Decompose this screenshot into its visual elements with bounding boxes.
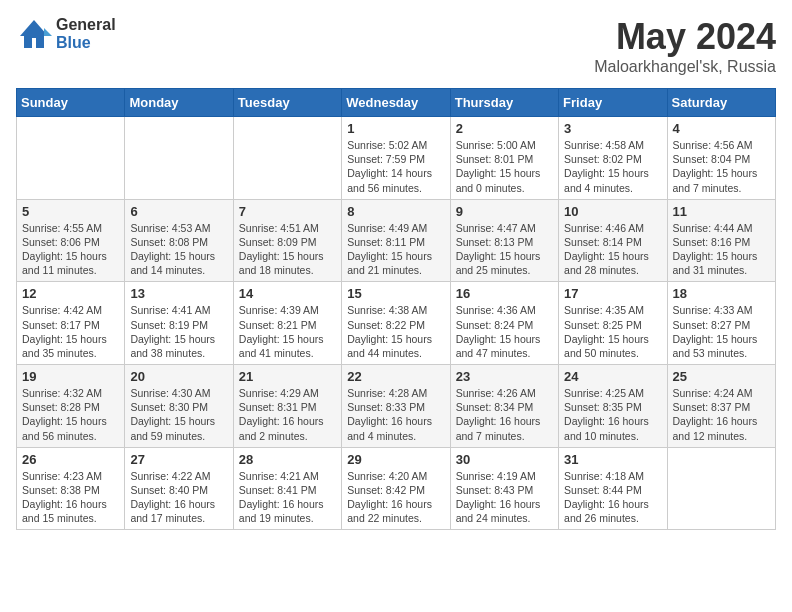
- day-info: Sunrise: 4:35 AMSunset: 8:25 PMDaylight:…: [564, 303, 661, 360]
- day-number: 12: [22, 286, 119, 301]
- day-info: Sunrise: 4:28 AMSunset: 8:33 PMDaylight:…: [347, 386, 444, 443]
- day-cell: 21Sunrise: 4:29 AMSunset: 8:31 PMDayligh…: [233, 365, 341, 448]
- day-cell: 14Sunrise: 4:39 AMSunset: 8:21 PMDayligh…: [233, 282, 341, 365]
- day-number: 3: [564, 121, 661, 136]
- day-cell: 31Sunrise: 4:18 AMSunset: 8:44 PMDayligh…: [559, 447, 667, 530]
- day-cell: 24Sunrise: 4:25 AMSunset: 8:35 PMDayligh…: [559, 365, 667, 448]
- header-cell-wednesday: Wednesday: [342, 89, 450, 117]
- day-info: Sunrise: 4:53 AMSunset: 8:08 PMDaylight:…: [130, 221, 227, 278]
- header-cell-monday: Monday: [125, 89, 233, 117]
- day-number: 24: [564, 369, 661, 384]
- calendar-header: SundayMondayTuesdayWednesdayThursdayFrid…: [17, 89, 776, 117]
- page-header: General Blue May 2024 Maloarkhangel'sk, …: [16, 16, 776, 76]
- day-cell: 22Sunrise: 4:28 AMSunset: 8:33 PMDayligh…: [342, 365, 450, 448]
- day-number: 9: [456, 204, 553, 219]
- logo-general: General: [56, 16, 116, 34]
- week-row-1: 1Sunrise: 5:02 AMSunset: 7:59 PMDaylight…: [17, 117, 776, 200]
- day-cell: 30Sunrise: 4:19 AMSunset: 8:43 PMDayligh…: [450, 447, 558, 530]
- day-number: 27: [130, 452, 227, 467]
- day-cell: 26Sunrise: 4:23 AMSunset: 8:38 PMDayligh…: [17, 447, 125, 530]
- day-cell: 25Sunrise: 4:24 AMSunset: 8:37 PMDayligh…: [667, 365, 775, 448]
- day-info: Sunrise: 5:02 AMSunset: 7:59 PMDaylight:…: [347, 138, 444, 195]
- day-info: Sunrise: 4:47 AMSunset: 8:13 PMDaylight:…: [456, 221, 553, 278]
- header-cell-saturday: Saturday: [667, 89, 775, 117]
- day-info: Sunrise: 4:21 AMSunset: 8:41 PMDaylight:…: [239, 469, 336, 526]
- subtitle: Maloarkhangel'sk, Russia: [594, 58, 776, 76]
- day-info: Sunrise: 4:23 AMSunset: 8:38 PMDaylight:…: [22, 469, 119, 526]
- day-info: Sunrise: 4:56 AMSunset: 8:04 PMDaylight:…: [673, 138, 770, 195]
- day-number: 18: [673, 286, 770, 301]
- day-number: 17: [564, 286, 661, 301]
- logo: General Blue: [16, 16, 116, 52]
- day-info: Sunrise: 4:33 AMSunset: 8:27 PMDaylight:…: [673, 303, 770, 360]
- day-info: Sunrise: 4:24 AMSunset: 8:37 PMDaylight:…: [673, 386, 770, 443]
- day-info: Sunrise: 4:51 AMSunset: 8:09 PMDaylight:…: [239, 221, 336, 278]
- day-info: Sunrise: 4:26 AMSunset: 8:34 PMDaylight:…: [456, 386, 553, 443]
- day-cell: 17Sunrise: 4:35 AMSunset: 8:25 PMDayligh…: [559, 282, 667, 365]
- day-number: 4: [673, 121, 770, 136]
- day-cell: 16Sunrise: 4:36 AMSunset: 8:24 PMDayligh…: [450, 282, 558, 365]
- day-number: 8: [347, 204, 444, 219]
- day-cell: [17, 117, 125, 200]
- day-number: 1: [347, 121, 444, 136]
- day-cell: 1Sunrise: 5:02 AMSunset: 7:59 PMDaylight…: [342, 117, 450, 200]
- day-cell: 11Sunrise: 4:44 AMSunset: 8:16 PMDayligh…: [667, 199, 775, 282]
- calendar-body: 1Sunrise: 5:02 AMSunset: 7:59 PMDaylight…: [17, 117, 776, 530]
- week-row-3: 12Sunrise: 4:42 AMSunset: 8:17 PMDayligh…: [17, 282, 776, 365]
- day-info: Sunrise: 4:25 AMSunset: 8:35 PMDaylight:…: [564, 386, 661, 443]
- day-info: Sunrise: 4:36 AMSunset: 8:24 PMDaylight:…: [456, 303, 553, 360]
- day-cell: [233, 117, 341, 200]
- day-info: Sunrise: 4:19 AMSunset: 8:43 PMDaylight:…: [456, 469, 553, 526]
- day-info: Sunrise: 4:38 AMSunset: 8:22 PMDaylight:…: [347, 303, 444, 360]
- logo-blue: Blue: [56, 34, 116, 52]
- day-cell: 3Sunrise: 4:58 AMSunset: 8:02 PMDaylight…: [559, 117, 667, 200]
- day-cell: 29Sunrise: 4:20 AMSunset: 8:42 PMDayligh…: [342, 447, 450, 530]
- day-cell: 20Sunrise: 4:30 AMSunset: 8:30 PMDayligh…: [125, 365, 233, 448]
- day-number: 14: [239, 286, 336, 301]
- week-row-4: 19Sunrise: 4:32 AMSunset: 8:28 PMDayligh…: [17, 365, 776, 448]
- day-number: 26: [22, 452, 119, 467]
- header-cell-sunday: Sunday: [17, 89, 125, 117]
- day-number: 25: [673, 369, 770, 384]
- day-number: 28: [239, 452, 336, 467]
- day-cell: 19Sunrise: 4:32 AMSunset: 8:28 PMDayligh…: [17, 365, 125, 448]
- day-info: Sunrise: 4:20 AMSunset: 8:42 PMDaylight:…: [347, 469, 444, 526]
- day-number: 2: [456, 121, 553, 136]
- day-number: 22: [347, 369, 444, 384]
- day-number: 13: [130, 286, 227, 301]
- main-title: May 2024: [594, 16, 776, 58]
- day-info: Sunrise: 4:41 AMSunset: 8:19 PMDaylight:…: [130, 303, 227, 360]
- day-cell: 4Sunrise: 4:56 AMSunset: 8:04 PMDaylight…: [667, 117, 775, 200]
- day-cell: [667, 447, 775, 530]
- title-block: May 2024 Maloarkhangel'sk, Russia: [594, 16, 776, 76]
- day-number: 15: [347, 286, 444, 301]
- day-info: Sunrise: 4:46 AMSunset: 8:14 PMDaylight:…: [564, 221, 661, 278]
- day-info: Sunrise: 4:55 AMSunset: 8:06 PMDaylight:…: [22, 221, 119, 278]
- day-number: 6: [130, 204, 227, 219]
- day-number: 19: [22, 369, 119, 384]
- day-cell: 8Sunrise: 4:49 AMSunset: 8:11 PMDaylight…: [342, 199, 450, 282]
- day-cell: 28Sunrise: 4:21 AMSunset: 8:41 PMDayligh…: [233, 447, 341, 530]
- day-cell: 13Sunrise: 4:41 AMSunset: 8:19 PMDayligh…: [125, 282, 233, 365]
- day-number: 21: [239, 369, 336, 384]
- day-cell: 2Sunrise: 5:00 AMSunset: 8:01 PMDaylight…: [450, 117, 558, 200]
- day-number: 31: [564, 452, 661, 467]
- logo-icon: [16, 16, 52, 52]
- day-info: Sunrise: 4:49 AMSunset: 8:11 PMDaylight:…: [347, 221, 444, 278]
- day-info: Sunrise: 4:22 AMSunset: 8:40 PMDaylight:…: [130, 469, 227, 526]
- day-cell: 23Sunrise: 4:26 AMSunset: 8:34 PMDayligh…: [450, 365, 558, 448]
- day-cell: 10Sunrise: 4:46 AMSunset: 8:14 PMDayligh…: [559, 199, 667, 282]
- day-cell: 9Sunrise: 4:47 AMSunset: 8:13 PMDaylight…: [450, 199, 558, 282]
- day-number: 20: [130, 369, 227, 384]
- day-cell: [125, 117, 233, 200]
- day-cell: 6Sunrise: 4:53 AMSunset: 8:08 PMDaylight…: [125, 199, 233, 282]
- day-number: 16: [456, 286, 553, 301]
- day-info: Sunrise: 4:18 AMSunset: 8:44 PMDaylight:…: [564, 469, 661, 526]
- day-info: Sunrise: 4:42 AMSunset: 8:17 PMDaylight:…: [22, 303, 119, 360]
- day-number: 5: [22, 204, 119, 219]
- header-cell-friday: Friday: [559, 89, 667, 117]
- week-row-5: 26Sunrise: 4:23 AMSunset: 8:38 PMDayligh…: [17, 447, 776, 530]
- logo-text: General Blue: [56, 16, 116, 51]
- day-number: 10: [564, 204, 661, 219]
- day-cell: 5Sunrise: 4:55 AMSunset: 8:06 PMDaylight…: [17, 199, 125, 282]
